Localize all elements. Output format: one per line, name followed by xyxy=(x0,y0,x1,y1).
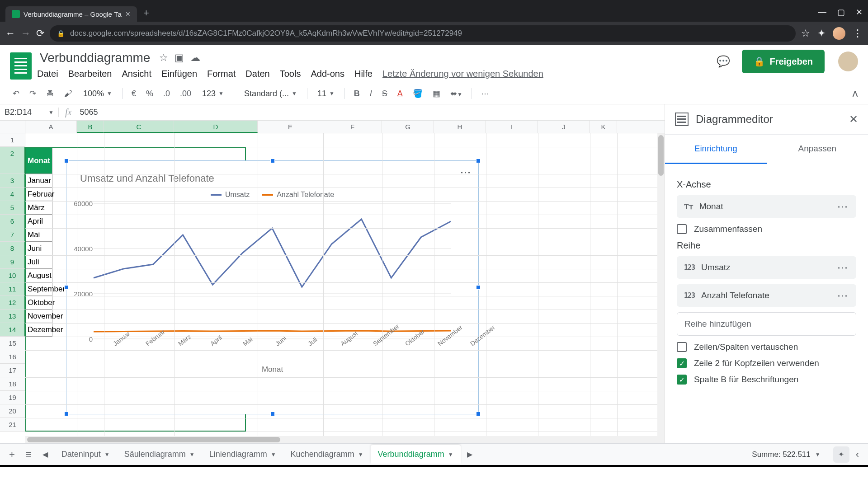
row-header[interactable]: 1 xyxy=(0,133,25,147)
undo-icon[interactable]: ↶ xyxy=(10,86,22,101)
minimize-icon[interactable]: — xyxy=(818,7,826,17)
menu-einfuegen[interactable]: Einfügen xyxy=(161,69,197,79)
row-header[interactable]: 9 xyxy=(0,255,25,269)
field-menu-icon[interactable]: ⋮ xyxy=(836,202,849,211)
forward-icon[interactable]: → xyxy=(21,28,31,39)
move-doc-icon[interactable]: ▣ xyxy=(175,52,184,64)
new-tab-button[interactable]: + xyxy=(137,7,156,22)
font-size-select[interactable]: 11▼ xyxy=(314,87,338,100)
sheet-tab[interactable]: Kuchendiagramm▼ xyxy=(283,445,371,464)
borders-icon[interactable]: ▦ xyxy=(430,86,443,101)
cell-month[interactable]: September xyxy=(25,282,52,296)
share-button[interactable]: 🔒 Freigeben xyxy=(742,50,825,73)
more-tools-icon[interactable]: ⋯ xyxy=(478,86,492,101)
scroll-sheets-right-icon[interactable]: ▶ xyxy=(462,446,477,463)
last-edit-link[interactable]: Letzte Änderung vor wenigen Sekunden xyxy=(382,69,543,79)
collapse-toolbar-icon[interactable]: ʌ xyxy=(852,88,858,99)
cell-month[interactable]: August xyxy=(25,269,52,282)
side-panel-toggle-icon[interactable]: ‹ xyxy=(851,444,863,465)
menu-bearbeiten[interactable]: Bearbeiten xyxy=(68,69,112,79)
col-header-K[interactable]: K xyxy=(590,121,617,133)
cell-month[interactable]: Juni xyxy=(25,242,52,255)
grid-cells[interactable]: 123456789101112131415161718192021 MonatJ… xyxy=(0,133,665,436)
print-icon[interactable]: 🖶 xyxy=(43,86,57,101)
row-header[interactable]: 3 xyxy=(0,174,25,188)
close-editor-icon[interactable]: ✕ xyxy=(849,113,858,126)
all-sheets-icon[interactable]: ≡ xyxy=(21,444,36,465)
cell-month[interactable]: März xyxy=(25,201,52,215)
redo-icon[interactable]: ↷ xyxy=(27,86,39,101)
cell-month[interactable]: Februar xyxy=(25,188,52,201)
star-doc-icon[interactable]: ☆ xyxy=(159,52,168,64)
row-header[interactable]: 12 xyxy=(0,296,25,310)
use-colb-checkbox[interactable]: ✓ xyxy=(677,375,687,385)
sheets-logo-icon[interactable] xyxy=(10,52,32,80)
row-header[interactable]: 18 xyxy=(0,377,25,391)
explore-icon[interactable]: ✦ xyxy=(833,446,849,463)
field-menu-icon[interactable]: ⋮ xyxy=(836,263,849,272)
back-icon[interactable]: ← xyxy=(5,28,15,39)
row-header[interactable]: 20 xyxy=(0,404,25,418)
menu-ansicht[interactable]: Ansicht xyxy=(122,69,151,79)
add-series-button[interactable]: Reihe hinzufügen xyxy=(677,312,856,336)
series-telefonate[interactable]: 123 Anzahl Telefonate ⋮ xyxy=(677,284,856,307)
row-header[interactable]: 21 xyxy=(0,418,25,432)
sheet-tab[interactable]: Dateninput▼ xyxy=(54,445,117,464)
col-header-J[interactable]: J xyxy=(538,121,590,133)
fill-color-icon[interactable]: 🪣 xyxy=(410,86,425,101)
chart-menu-icon[interactable]: ⋮ xyxy=(459,167,472,177)
col-header-G[interactable]: G xyxy=(382,121,434,133)
merge-icon[interactable]: ⬌▼ xyxy=(448,86,465,101)
col-header-B[interactable]: B xyxy=(77,121,104,133)
font-select[interactable]: Standard (...▼ xyxy=(241,87,301,100)
document-title[interactable]: Verbunddiagramme xyxy=(37,50,153,66)
account-avatar[interactable] xyxy=(838,52,858,71)
col-header-I[interactable]: I xyxy=(486,121,538,133)
maximize-icon[interactable]: ▢ xyxy=(837,7,845,17)
menu-datei[interactable]: Datei xyxy=(37,69,58,79)
italic-icon[interactable]: I xyxy=(367,86,375,101)
use-row2-checkbox[interactable]: ✓ xyxy=(677,358,687,368)
cloud-status-icon[interactable]: ☁ xyxy=(190,52,200,64)
column-headers[interactable]: ABCDEFGHIJK xyxy=(0,121,665,133)
close-tab-icon[interactable]: ✕ xyxy=(125,10,131,18)
extensions-icon[interactable]: ✦ xyxy=(817,28,826,39)
scroll-sheets-left-icon[interactable]: ◀ xyxy=(38,446,52,463)
row-header[interactable]: 4 xyxy=(0,188,25,201)
field-menu-icon[interactable]: ⋮ xyxy=(836,291,849,300)
embedded-chart[interactable]: ⋮ Umsatz und Anzahl Telefonate Umsatz An… xyxy=(66,160,479,414)
cell-month[interactable]: November xyxy=(25,310,52,323)
menu-tools[interactable]: Tools xyxy=(280,69,301,79)
paint-format-icon[interactable]: 🖌 xyxy=(61,86,75,101)
col-header-C[interactable]: C xyxy=(104,121,174,133)
row-header[interactable]: 15 xyxy=(0,337,25,350)
decrease-decimal-icon[interactable]: .0 xyxy=(160,86,173,101)
url-bar[interactable]: 🔒 docs.google.com/spreadsheets/d/16sZAG8… xyxy=(50,25,796,42)
row-header[interactable]: 6 xyxy=(0,215,25,228)
row-header[interactable]: 2 xyxy=(0,147,25,174)
cell-month[interactable]: April xyxy=(25,215,52,228)
reload-icon[interactable]: ⟳ xyxy=(36,28,44,39)
increase-decimal-icon[interactable]: .00 xyxy=(177,86,194,101)
menu-format[interactable]: Format xyxy=(207,69,236,79)
sheet-tab[interactable]: Verbunddiagramm▼ xyxy=(371,445,461,464)
comments-icon[interactable]: 💬 xyxy=(715,53,732,70)
strike-icon[interactable]: S xyxy=(379,86,390,101)
star-icon[interactable]: ☆ xyxy=(801,28,810,39)
browser-avatar[interactable] xyxy=(833,27,845,40)
cell-month[interactable]: Mai xyxy=(25,228,52,242)
vertical-scrollbar[interactable] xyxy=(657,133,665,436)
row-header[interactable]: 13 xyxy=(0,310,25,323)
text-color-icon[interactable]: A xyxy=(395,86,406,101)
header-cell-monat[interactable]: Monat xyxy=(25,147,52,174)
row-header[interactable]: 11 xyxy=(0,282,25,296)
row-header[interactable]: 5 xyxy=(0,201,25,215)
bold-icon[interactable]: B xyxy=(351,86,363,101)
browser-menu-icon[interactable]: ⋮ xyxy=(853,28,863,39)
add-sheet-icon[interactable]: + xyxy=(5,444,19,465)
row-header[interactable]: 8 xyxy=(0,242,25,255)
number-format-select[interactable]: 123▼ xyxy=(198,87,227,100)
close-window-icon[interactable]: ✕ xyxy=(856,7,863,17)
row-header[interactable]: 14 xyxy=(0,323,25,337)
name-box[interactable]: B2:D14▼ xyxy=(0,108,59,117)
